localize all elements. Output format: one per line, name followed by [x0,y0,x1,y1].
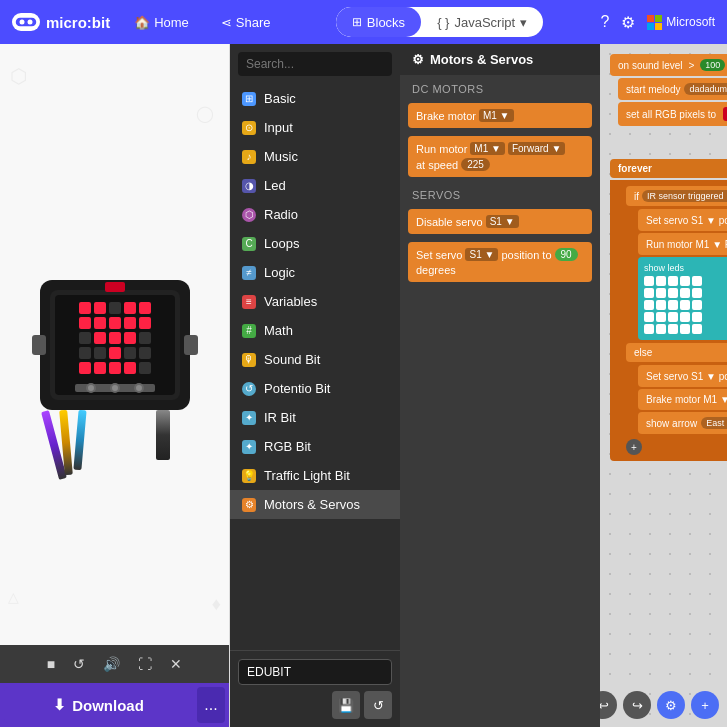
microsoft-badge: Microsoft [647,15,715,30]
refresh-button[interactable]: ↺ [364,691,392,719]
svg-rect-0 [15,17,37,27]
tab-switcher-container: ⊞ Blocks { } JavaScript ▾ [295,7,585,37]
share-button[interactable]: ⋖ Share [213,11,279,34]
forever-container: forever if IR sensor triggered ▼ then Se… [610,159,727,461]
show-arrow-block[interactable]: show arrow East ▼ [638,412,727,434]
svg-point-2 [20,20,25,25]
restart-button[interactable]: ↺ [69,652,89,676]
redo-button[interactable]: ↪ [623,691,651,719]
led-icon: ◑ [242,179,256,193]
stop-button[interactable]: ■ [43,652,59,676]
main-area: ⬡ ◯ △ ♦ [0,44,727,727]
svg-point-3 [28,20,33,25]
ws-settings-button[interactable]: ⚙ [657,691,685,719]
chevron-down-icon: ▾ [520,15,527,30]
math-icon: # [242,324,256,338]
toolbox-item-radio[interactable]: ⬡ Radio [230,200,400,229]
if-body: Set servo S1 ▼ position to 90 Degrees Ru… [638,209,727,340]
block-stack-1: on sound level > 100 start melody dadadu… [610,54,727,126]
motors-icon: ⚙ [242,498,256,512]
toolbox-item-potentiobit[interactable]: ↺ Potentio Bit [230,374,400,403]
toolbox-item-led[interactable]: ◑ Led [230,171,400,200]
download-more-button[interactable]: ... [197,687,225,723]
if-block[interactable]: if IR sensor triggered ▼ then [626,186,727,206]
toolbox-search-container [230,44,400,84]
else-body: Set servo S1 ▼ position to 120 Degrees B… [638,365,727,434]
radio-icon: ⬡ [242,208,256,222]
set-servo-s1-else-block[interactable]: Set servo S1 ▼ position to 120 Degrees [638,365,727,387]
input-icon: ⊙ [242,121,256,135]
download-button[interactable]: ⬇ Download [4,687,193,723]
start-melody-block[interactable]: start melody dadadum ▼ repeating once ▼ [618,78,727,100]
tab-blocks[interactable]: ⊞ Blocks [336,7,421,37]
undo-button[interactable]: ↩ [600,691,617,719]
forever-label: forever [610,159,727,178]
fullscreen-button[interactable]: ⛶ [134,652,156,676]
if-controls: + [626,439,727,455]
set-servo-block[interactable]: Set servo S1 ▼ position to 90 degrees [408,242,592,282]
toolbox-item-logic[interactable]: ≠ Logic [230,258,400,287]
toolbox-item-variables[interactable]: ≡ Variables [230,287,400,316]
toolbox-item-loops[interactable]: C Loops [230,229,400,258]
add-condition-button[interactable]: + [626,439,642,455]
show-leds-block[interactable]: show leds [638,257,727,340]
app: micro:bit 🏠 Home ⋖ Share ⊞ Blocks { } Ja… [0,0,727,727]
settings-button[interactable]: ⚙ [621,13,635,32]
led-grid [644,276,727,334]
set-servo-s1-block[interactable]: Set servo S1 ▼ position to 90 Degrees [638,209,727,231]
toolbox-panel: ⊞ Basic ⊙ Input ♪ Music ◑ Led ⬡ Radio [230,44,400,727]
soundbit-icon: 🎙 [242,353,256,367]
toolbox-item-music[interactable]: ♪ Music [230,142,400,171]
save-button[interactable]: 💾 [332,691,360,719]
run-motor-m1-block[interactable]: Run motor M1 ▼ Forward ▼ at speed 128 [638,233,727,255]
motors-header: ⚙ Motors & Servos [400,44,600,75]
nav-logo: micro:bit [12,13,110,31]
music-icon: ♪ [242,150,256,164]
js-icon: { } [437,15,449,30]
workspace: on sound level > 100 start melody dadadu… [600,44,727,727]
close-button[interactable]: ✕ [166,652,186,676]
toolbox-list: ⊞ Basic ⊙ Input ♪ Music ◑ Led ⬡ Radio [230,84,400,650]
btn-a[interactable] [32,335,46,355]
microbit-logo-icon [12,13,40,31]
home-button[interactable]: 🏠 Home [126,11,197,34]
toolbox-item-trafficlight[interactable]: 💡 Traffic Light Bit [230,461,400,490]
toolbox-item-motors[interactable]: ⚙ Motors & Servos [230,490,400,519]
brake-motor-block[interactable]: Brake motor M1 ▼ [408,103,592,128]
blocks-icon: ⊞ [352,15,362,29]
brake-motor-m1-block[interactable]: Brake motor M1 ▼ [638,389,727,410]
color-swatch[interactable] [723,107,727,121]
toolbox-item-irbit[interactable]: ✦ IR Bit [230,403,400,432]
toolbox-bottom-btns: 💾 ↺ [238,691,392,719]
download-bar: ⬇ Download ... [0,683,229,727]
tab-javascript[interactable]: { } JavaScript ▾ [421,7,543,37]
toolbox-item-soundbit[interactable]: 🎙 Sound Bit [230,345,400,374]
forever-body: if IR sensor triggered ▼ then Set servo … [610,180,727,461]
disable-servo-block[interactable]: Disable servo S1 ▼ [408,209,592,234]
on-sound-block[interactable]: on sound level > 100 [610,54,727,76]
top-nav: micro:bit 🏠 Home ⋖ Share ⊞ Blocks { } Ja… [0,0,727,44]
toolbox-item-input[interactable]: ⊙ Input [230,113,400,142]
workspace-controls: ↩ ↪ ⚙ + [600,691,719,719]
motors-header-icon: ⚙ [412,52,424,67]
simulator-screen: ⬡ ◯ △ ♦ [0,44,229,645]
toolbox-item-basic[interactable]: ⊞ Basic [230,84,400,113]
toolbox-bottom: 💾 ↺ [230,650,400,727]
basic-icon: ⊞ [242,92,256,106]
btn-b[interactable] [184,335,198,355]
set-rgb-block[interactable]: set all RGB pixels to [618,102,727,126]
search-input[interactable] [238,52,392,76]
mute-button[interactable]: 🔊 [99,652,124,676]
help-button[interactable]: ? [600,13,609,31]
project-name-input[interactable] [238,659,392,685]
run-motor-block[interactable]: Run motor M1 ▼ Forward ▼ at speed 225 [408,136,592,177]
rgbbit-icon: ✦ [242,440,256,454]
else-block[interactable]: else [626,343,727,362]
zoom-in-button[interactable]: + [691,691,719,719]
dc-motors-title: DC Motors [400,75,600,99]
toolbox-item-math[interactable]: # Math [230,316,400,345]
share-icon: ⋖ [221,15,232,30]
nav-right: ? ⚙ Microsoft [600,13,715,32]
potentiobit-icon: ↺ [242,382,256,396]
toolbox-item-rgbbit[interactable]: ✦ RGB Bit [230,432,400,461]
